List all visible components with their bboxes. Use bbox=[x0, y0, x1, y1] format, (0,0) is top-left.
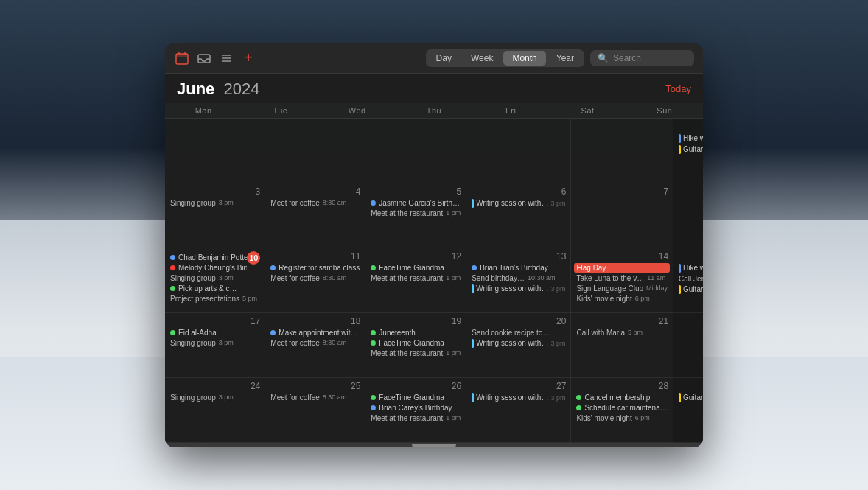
event[interactable]: Writing session with…3 pm bbox=[469, 338, 567, 349]
cal-cell-19[interactable]: 19JuneteenthFaceTime GrandmaMeet at the … bbox=[365, 313, 466, 378]
cal-cell-5[interactable]: 5Jasmine Garcia's Birth…Meet at the rest… bbox=[365, 183, 466, 248]
day-header-thu: Thu bbox=[396, 103, 472, 118]
event[interactable]: Guitar lessons wit…4:30 pm bbox=[676, 393, 703, 403]
event[interactable]: Project presentations5 pm bbox=[168, 294, 262, 304]
event[interactable]: Singing group3 pm bbox=[168, 393, 262, 402]
event[interactable]: Kids' movie night6 pm bbox=[574, 413, 670, 423]
cal-cell-3[interactable]: 3Singing group3 pm bbox=[165, 183, 265, 248]
toolbar-left: + bbox=[174, 50, 420, 66]
cal-cell-empty[interactable] bbox=[571, 119, 673, 183]
list-icon[interactable] bbox=[218, 50, 234, 66]
day-header-sun: Sun bbox=[626, 103, 703, 118]
cal-cell-15[interactable]: 15Hike with Rigo10 amCall Jenny4 pmGuita… bbox=[673, 248, 703, 313]
event[interactable]: Send birthday…10:30 am bbox=[469, 273, 567, 283]
cal-cell-empty[interactable] bbox=[365, 119, 466, 183]
event[interactable]: Hike with Rigo10 am bbox=[676, 133, 703, 144]
event[interactable]: Singing group3 pm bbox=[168, 198, 262, 208]
event[interactable]: FaceTime Grandma bbox=[368, 393, 463, 402]
cal-cell-7[interactable]: 7 bbox=[571, 183, 673, 248]
event[interactable]: Pick up arts & c… bbox=[168, 284, 262, 293]
event[interactable]: Writing session with…3 pm bbox=[469, 284, 567, 294]
event[interactable]: Jasmine Garcia's Birth… bbox=[368, 198, 463, 208]
event[interactable]: Call with Maria5 pm bbox=[574, 328, 670, 337]
event[interactable]: Brian Tran's Birthday bbox=[469, 263, 567, 273]
event[interactable]: Juneteenth bbox=[368, 328, 463, 337]
event[interactable]: Chad Benjamin Potter… bbox=[168, 253, 247, 262]
event[interactable]: Writing session with…3 pm bbox=[469, 393, 567, 403]
scrollbar-thumb[interactable] bbox=[412, 444, 456, 447]
cal-cell-14[interactable]: 14Flag DayTake Luna to the v…11 amSign L… bbox=[571, 248, 673, 313]
day-header-sat: Sat bbox=[549, 103, 626, 118]
cal-cell-8[interactable]: 8 bbox=[673, 183, 703, 248]
cal-cell-empty[interactable] bbox=[466, 119, 571, 183]
event[interactable]: Hike with Rigo10 am bbox=[676, 263, 703, 273]
cal-cell-25[interactable]: 25Meet for coffee8:30 am bbox=[265, 378, 365, 443]
event[interactable]: Kids' movie night6 pm bbox=[574, 294, 670, 304]
view-switcher: Day Week Month Year bbox=[426, 49, 584, 67]
today-button[interactable]: Today bbox=[665, 83, 691, 94]
cal-cell-29[interactable]: 29Guitar lessons wit…4:30 pm bbox=[673, 378, 703, 443]
event[interactable]: Meet for coffee8:30 am bbox=[268, 393, 362, 402]
event[interactable]: Send cookie recipe to… bbox=[469, 328, 567, 337]
cal-cell-21[interactable]: 21Call with Maria5 pm bbox=[571, 313, 673, 378]
search-input[interactable] bbox=[613, 53, 687, 63]
cal-cell-24[interactable]: 24Singing group3 pm bbox=[165, 378, 265, 443]
event[interactable]: Eid al-Adha bbox=[168, 328, 262, 337]
cal-cell-12[interactable]: 12FaceTime GrandmaMeet at the restaurant… bbox=[365, 248, 466, 313]
cal-cell-6[interactable]: 6Writing session with…3 pm bbox=[466, 183, 571, 248]
event[interactable]: Take Luna to the v…11 am bbox=[574, 273, 670, 283]
event[interactable]: Meet at the restaurant1 pm bbox=[368, 349, 463, 358]
cal-cell-4[interactable]: 4Meet for coffee8:30 am bbox=[265, 183, 365, 248]
badge: 10 bbox=[247, 251, 260, 265]
event[interactable]: Flag Day bbox=[574, 263, 670, 273]
event[interactable]: Meet at the restaurant1 pm bbox=[368, 273, 463, 283]
event[interactable]: Cancel membership bbox=[574, 393, 670, 402]
cal-cell-1[interactable]: 1Hike with Rigo10 amGuitar lessons wit…4… bbox=[673, 119, 703, 183]
event[interactable]: Call Jenny4 pm bbox=[676, 274, 703, 284]
scrollbar[interactable] bbox=[165, 443, 703, 447]
month-view-btn[interactable]: Month bbox=[503, 51, 545, 66]
cal-cell-10[interactable]: 10Chad Benjamin Potter…Melody Cheung's B… bbox=[165, 248, 265, 313]
day-header-tue: Tue bbox=[242, 103, 318, 118]
event[interactable]: Singing group3 pm bbox=[168, 273, 262, 283]
event[interactable]: FaceTime Grandma bbox=[368, 263, 463, 273]
event[interactable]: Make appointment wit… bbox=[268, 328, 362, 337]
event[interactable]: Melody Cheung's Birth… bbox=[168, 263, 247, 273]
cal-cell-20[interactable]: 20Send cookie recipe to…Writing session … bbox=[466, 313, 571, 378]
event[interactable]: Brian Carey's Birthday bbox=[368, 403, 463, 413]
cal-cell-11[interactable]: 11Register for samba classMeet for coffe… bbox=[265, 248, 365, 313]
cal-cell-empty[interactable] bbox=[165, 119, 265, 183]
event[interactable]: Register for samba class bbox=[268, 263, 362, 273]
calendar-icon[interactable] bbox=[174, 50, 190, 66]
cal-cell-27[interactable]: 27Writing session with…3 pm bbox=[466, 378, 571, 443]
event[interactable]: Sign Language ClubMidday bbox=[574, 284, 670, 293]
event[interactable]: Meet for coffee8:30 am bbox=[268, 198, 362, 208]
cal-cell-18[interactable]: 18Make appointment wit…Meet for coffee8:… bbox=[265, 313, 365, 378]
event[interactable]: Schedule car maintena… bbox=[574, 403, 670, 413]
toolbar: + Day Week Month Year 🔍 bbox=[165, 43, 703, 74]
add-icon[interactable]: + bbox=[240, 50, 256, 66]
event[interactable]: Writing session with…3 pm bbox=[469, 198, 567, 209]
event[interactable]: Meet for coffee8:30 am bbox=[268, 338, 362, 348]
event[interactable]: Meet at the restaurant1 pm bbox=[368, 209, 463, 218]
day-view-btn[interactable]: Day bbox=[427, 51, 461, 66]
month-header: June 2024 Today bbox=[165, 74, 703, 103]
event[interactable]: Singing group3 pm bbox=[168, 338, 262, 348]
event[interactable]: Guitar lessons wit…4:30 pm bbox=[676, 284, 703, 295]
event[interactable]: Meet at the restaurant1 pm bbox=[368, 413, 463, 423]
cal-cell-28[interactable]: 28Cancel membershipSchedule car maintena… bbox=[571, 378, 673, 443]
search-icon: 🔍 bbox=[598, 53, 609, 63]
cal-cell-26[interactable]: 26FaceTime GrandmaBrian Carey's Birthday… bbox=[365, 378, 466, 443]
cal-cell-22[interactable]: 22 bbox=[673, 313, 703, 378]
year-view-btn[interactable]: Year bbox=[547, 51, 583, 66]
day-header-mon: Mon bbox=[165, 103, 242, 118]
event[interactable]: FaceTime Grandma bbox=[368, 338, 463, 348]
inbox-icon[interactable] bbox=[196, 50, 212, 66]
week-view-btn[interactable]: Week bbox=[462, 51, 502, 66]
cal-cell-empty[interactable] bbox=[265, 119, 365, 183]
cal-cell-13[interactable]: 13Brian Tran's BirthdaySend birthday…10:… bbox=[466, 248, 571, 313]
event[interactable]: Guitar lessons wit…4:30 pm bbox=[676, 144, 703, 155]
event[interactable]: Meet for coffee8:30 am bbox=[268, 273, 362, 283]
cal-cell-17[interactable]: 17Eid al-AdhaSinging group3 pm bbox=[165, 313, 265, 378]
search-box[interactable]: 🔍 bbox=[590, 50, 694, 66]
